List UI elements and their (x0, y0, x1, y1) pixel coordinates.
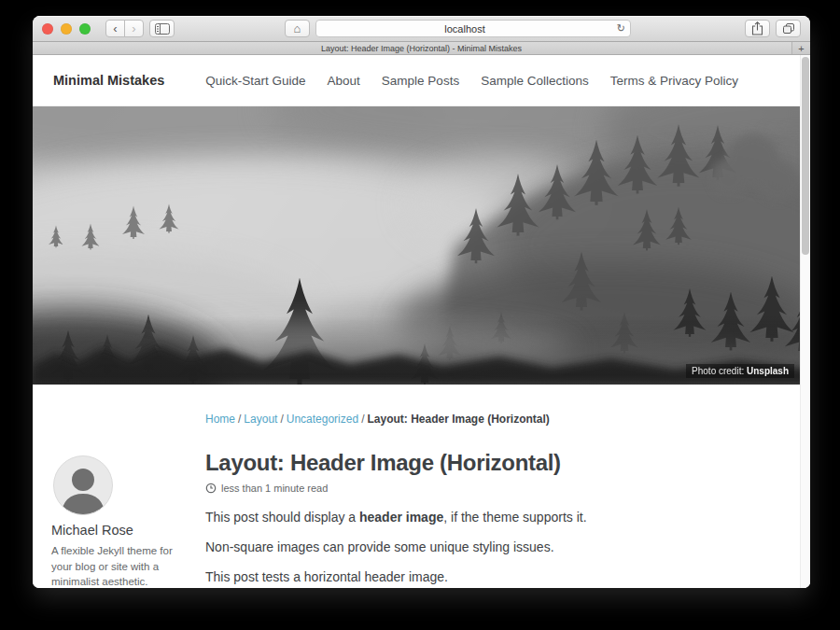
site-title-link[interactable]: Minimal Mistakes (53, 73, 164, 88)
browser-window: ‹ › ⌂ ↻ (33, 16, 810, 588)
tab-overview-button[interactable] (776, 20, 801, 37)
home-icon: ⌂ (294, 22, 301, 35)
header-image: Photo credit: Unsplash (33, 106, 810, 385)
sidebar-toggle-button[interactable] (149, 20, 175, 37)
back-icon: ‹ (113, 22, 117, 35)
address-bar-wrap: ↻ (315, 20, 631, 37)
read-time: less than 1 minute read (221, 483, 328, 494)
share-button[interactable] (745, 20, 770, 37)
scrollbar-thumb[interactable] (802, 57, 809, 255)
article: Layout: Header Image (Horizontal) less t… (205, 450, 782, 588)
breadcrumb-link-uncategorized[interactable]: Uncategorized (287, 413, 358, 426)
nav-item-quick-start-guide[interactable]: Quick-Start Guide (205, 74, 305, 88)
refresh-icon[interactable]: ↻ (617, 22, 625, 35)
share-icon (751, 21, 763, 35)
main-content: Home/Layout/Uncategorized/Layout: Header… (33, 385, 810, 588)
tabs-icon (782, 22, 795, 35)
paragraph: Non-square images can provide some uniqu… (205, 538, 782, 557)
paragraph-bold-text: header image (359, 510, 443, 525)
photo-credit-label: Photo credit: (692, 366, 747, 376)
article-meta: less than 1 minute read (205, 483, 782, 494)
breadcrumb-link-home[interactable]: Home (205, 413, 235, 426)
active-tab[interactable]: Layout: Header Image (Horizontal) - Mini… (321, 44, 522, 53)
nav-item-terms-privacy[interactable]: Terms & Privacy Policy (610, 74, 738, 88)
author-sidebar: Michael Rose A flexible Jekyll theme for… (51, 450, 187, 588)
breadcrumb-current: Layout: Header Image (Horizontal) (367, 413, 549, 426)
zoom-window-button[interactable] (79, 23, 91, 35)
scrollbar-track[interactable] (800, 55, 810, 588)
breadcrumb-link-layout[interactable]: Layout (244, 413, 277, 426)
forward-button[interactable]: › (124, 20, 144, 37)
forward-icon: › (132, 22, 135, 35)
breadcrumb-separator: / (277, 413, 286, 426)
foggy-forest-illustration (33, 106, 810, 385)
paragraph: This post should display a header image,… (205, 508, 782, 527)
paragraph-text: , if the theme supports it. (443, 510, 586, 525)
photo-credit: Photo credit: Unsplash (686, 364, 794, 378)
new-tab-button[interactable]: + (791, 42, 810, 54)
address-bar-input[interactable] (315, 20, 631, 37)
back-button[interactable]: ‹ (105, 20, 125, 37)
site-nav: Quick-Start Guide About Sample Posts Sam… (205, 74, 738, 88)
author-name: Michael Rose (51, 523, 187, 538)
site-masthead: Minimal Mistakes Quick-Start Guide About… (33, 55, 810, 106)
photo-credit-link[interactable]: Unsplash (747, 366, 789, 376)
breadcrumb-separator: / (235, 413, 244, 426)
minimize-window-button[interactable] (61, 23, 72, 35)
breadcrumb: Home/Layout/Uncategorized/Layout: Header… (205, 413, 782, 426)
page-title: Layout: Header Image (Horizontal) (205, 450, 782, 476)
home-button[interactable]: ⌂ (285, 20, 310, 37)
browser-toolbar: ‹ › ⌂ ↻ (33, 16, 810, 42)
window-controls (42, 23, 91, 35)
nav-item-about[interactable]: About (328, 74, 360, 88)
page-viewport: Minimal Mistakes Quick-Start Guide About… (33, 55, 810, 588)
paragraph: This post tests a horizontal header imag… (205, 567, 782, 587)
history-nav-group: ‹ › (105, 20, 144, 37)
nav-item-sample-collections[interactable]: Sample Collections (481, 74, 589, 88)
avatar (53, 455, 113, 515)
content-row: Michael Rose A flexible Jekyll theme for… (51, 450, 782, 588)
nav-item-sample-posts[interactable]: Sample Posts (382, 74, 459, 88)
clock-icon (205, 483, 217, 494)
sidebar-icon (155, 23, 170, 35)
tab-bar: Layout: Header Image (Horizontal) - Mini… (33, 42, 810, 55)
close-window-button[interactable] (42, 23, 53, 35)
author-bio: A flexible Jekyll theme for your blog or… (51, 543, 175, 588)
paragraph-text: This post should display a (205, 510, 359, 525)
